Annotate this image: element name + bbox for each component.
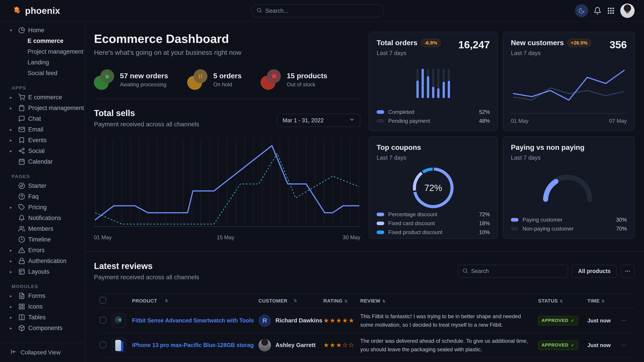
product-thumbnail[interactable] [112,338,126,353]
sidebar-item-label: Forms [28,293,46,299]
sidebar-item-social[interactable]: ▸Social [0,146,85,156]
row-more-button[interactable]: ⋯ [621,342,634,349]
bell-icon [594,7,602,15]
product-link[interactable]: iPhone 13 pro max-Pacific Blue-128GB sto… [132,342,254,348]
brand-logo[interactable]: phoenix [12,5,60,16]
sidebar-item-calendar[interactable]: Calendar [0,156,85,167]
legend-label: Completed [388,109,475,115]
customer-avatar[interactable] [258,339,271,352]
latest-reviews-title: Latest reviews [94,261,199,271]
legend-item-pending-payment: Pending payment48% [376,118,490,124]
sidebar-item-components[interactable]: ▸Components [0,323,85,333]
sidebar-item-home[interactable]: ▾Home [0,25,85,35]
sidebar-item-timeline[interactable]: Timeline [0,234,85,245]
legend-label: Pending payment [388,118,475,124]
total-orders-card: Total orders -6.8% Last 7 days 16,247 Co… [369,32,498,131]
sidebar-item-events[interactable]: ▸Events [0,135,85,146]
product-thumbnail[interactable] [112,314,126,328]
calendar-icon [18,158,25,165]
order-bar [427,69,429,98]
check-icon: ✓ [570,318,575,323]
row-checkbox[interactable] [100,342,106,348]
apps-grid-button[interactable] [607,7,615,15]
phoenix-flame-icon [12,5,22,16]
sidebar-item-chat[interactable]: Chat [0,113,85,124]
sidebar-item-label: Email [28,126,44,133]
sidebar-item-faq[interactable]: Faq [0,191,85,202]
mail-icon [18,126,25,133]
customer-name: Richard Dawkins [276,317,322,324]
sidebar-item-label: Authentication [28,258,66,265]
sidebar-item-layouts[interactable]: ▸Layouts [0,266,85,277]
bell-icon [18,215,25,221]
sidebar-item-forms[interactable]: ▸Forms [0,291,85,301]
sidebar-item-notifications[interactable]: Notifications [0,213,85,223]
main-content: Ecommerce Dashboard Here's what's going … [85,22,644,362]
star-blob-icon: ★ [94,69,114,90]
sidebar-item-label: Faq [28,193,39,200]
sidebar-item-email[interactable]: ▸Email [0,124,85,135]
sidebar-item-social-feed[interactable]: Social feed [0,68,85,78]
paying-title: Paying vs non paying [511,143,584,152]
review-time: Just now [588,342,611,348]
sidebar-item-label: E commerce [28,94,62,101]
all-products-button[interactable]: All products [572,265,617,278]
total-sells-subtitle: Payment received across all channels [94,121,199,128]
row-checkbox[interactable] [100,317,106,324]
customer-avatar[interactable]: R [258,314,271,327]
sidebar-item-project-management[interactable]: Project management [0,46,85,57]
sidebar-item-e-commerce[interactable]: E commerce [0,35,85,46]
sort-icon[interactable]: ⇅ [165,299,168,303]
column-header-status[interactable]: STATUS⇅ [538,298,588,304]
sidebar-item-members[interactable]: Members [0,223,85,234]
rating-stars: ★★★☆☆ [323,342,355,349]
sort-icon[interactable]: ⇅ [344,299,348,304]
legend-label: Non-paying customer [522,226,612,232]
sidebar-item-label: Members [28,225,54,232]
sidebar-item-pricing[interactable]: ▸Pricing [0,202,85,213]
customer-name: Ashley Garrett [276,342,316,349]
column-header-review[interactable]: REVIEW⇅ [360,298,538,304]
column-header-rating[interactable]: RATING⇅ [323,298,360,304]
global-search-input[interactable] [265,7,378,14]
search-icon [257,7,262,14]
column-header-time[interactable]: TIME⇅ [588,298,621,304]
total-sells-x-labels: 01 May15 May30 May [94,234,360,241]
new-customers-badge: +26.5% [568,39,591,47]
user-avatar[interactable] [620,3,634,18]
row-more-button[interactable]: ⋯ [621,317,634,324]
legend-item-fixed-card-discount: Fixed card discount18% [376,220,490,227]
sidebar-item-project-management[interactable]: ▸Project management [0,103,85,113]
column-header-product[interactable]: PRODUCT⇅ [112,298,258,304]
sidebar-item-starter[interactable]: Starter [0,180,85,191]
sidebar-item-tables[interactable]: ▸Tables [0,312,85,323]
legend-value: 18% [479,220,490,227]
sort-icon[interactable]: ⇅ [294,299,297,303]
product-link[interactable]: Fitbit Sense Advanced Smartwatch with To… [132,317,254,324]
sidebar-item-label: Errors [28,247,45,254]
order-bar [416,69,419,98]
sidebar-item-errors[interactable]: ▸Errors [0,245,85,256]
sort-icon[interactable]: ⇅ [382,299,386,304]
order-bar [448,69,450,98]
reviews-search[interactable] [458,265,568,278]
date-range-select[interactable]: Mar 1 - 31, 2022 [277,114,360,127]
file-text-icon [18,293,25,299]
reviews-search-input[interactable] [471,268,563,274]
sidebar-item-landing[interactable]: Landing [0,57,85,68]
sidebar-item-e-commerce[interactable]: ▸E commerce [0,92,85,103]
column-header-customer[interactable]: CUSTOMER⇅ [258,298,323,304]
sort-icon[interactable]: ⇅ [560,299,563,304]
notifications-button[interactable] [594,7,602,15]
caret-right-icon: ▸ [10,315,15,320]
sidebar-item-label: Project management [28,105,84,112]
theme-toggle-button[interactable] [575,4,588,17]
page-subtitle: Here's what's going on at your business … [94,49,360,56]
sidebar-item-icons[interactable]: ▸Icons [0,301,85,312]
select-all-checkbox[interactable] [100,297,106,304]
sort-icon[interactable]: ⇅ [602,299,605,304]
collapsed-view-toggle[interactable]: Collapsed View [0,343,85,362]
global-search[interactable] [251,4,384,17]
reviews-more-button[interactable]: ⋯ [621,265,634,278]
sidebar-item-authentication[interactable]: ▸Authentication [0,256,85,266]
